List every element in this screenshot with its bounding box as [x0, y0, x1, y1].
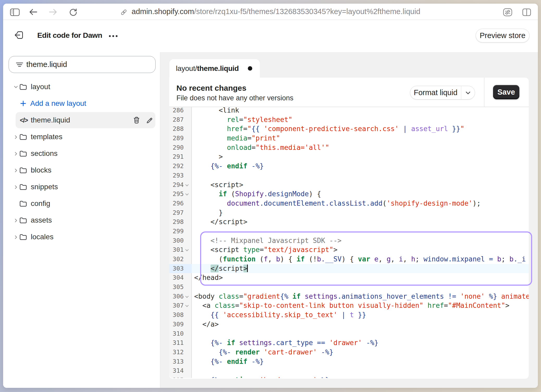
- code-lines: 286 <link287 rel="stylesheet"288 href="{…: [169, 107, 529, 378]
- folder-icon: [19, 83, 27, 90]
- url-domain: admin.shopify.com: [132, 7, 194, 16]
- sidebar-folder-snippets[interactable]: snippets: [3, 179, 161, 195]
- extensions-icon[interactable]: [503, 8, 512, 16]
- sidebar-folder-assets[interactable]: assets: [3, 212, 161, 229]
- add-layout-label: Add a new layout: [30, 95, 86, 112]
- code-line-300: 300 <!-- Mixpanel Javascript SDK -->: [169, 236, 529, 246]
- browser-toolbar: admin.shopify.com/store/rzq1xu-f5/themes…: [3, 4, 538, 20]
- line-number: 299: [173, 227, 184, 236]
- editor-tab-label: layout/theme.liquid: [176, 59, 239, 78]
- code-line-310: 310: [169, 329, 529, 339]
- format-liquid-button[interactable]: Format liquid: [410, 86, 461, 99]
- editor-card: No recent changes File does not have any…: [169, 78, 529, 379]
- text-cursor: [247, 265, 248, 272]
- sidebar-item-label: layout: [31, 78, 50, 95]
- fold-chevron-icon[interactable]: [185, 295, 189, 298]
- header-divider: [484, 78, 484, 107]
- more-menu-button[interactable]: [109, 34, 120, 37]
- sidebar-folder-locales[interactable]: locales: [3, 229, 161, 245]
- sidebar-item-label: config: [31, 195, 50, 212]
- link-icon: [121, 9, 127, 15]
- code-line-311: 311 {%- if settings.cart_type == 'drawer…: [169, 338, 529, 348]
- code-editor[interactable]: 286 <link287 rel="stylesheet"288 href="{…: [169, 107, 529, 378]
- line-number: 306: [173, 292, 184, 301]
- file-sidebar: theme.liquid layoutAdd a new layout</>th…: [3, 52, 161, 388]
- trash-icon[interactable]: [133, 117, 140, 124]
- folder-icon: [19, 217, 27, 224]
- sidebar-folder-config[interactable]: config: [3, 195, 161, 212]
- code-line-286: 286 <link: [169, 107, 529, 115]
- sidebar-item-label: templates: [31, 128, 62, 145]
- line-number: 300: [173, 236, 184, 246]
- sidebar-folder-sections[interactable]: sections: [3, 145, 161, 162]
- line-number: 310: [173, 329, 184, 339]
- code-file-icon: </>: [20, 112, 28, 128]
- code-line-304: 304</head>: [169, 273, 529, 283]
- exit-icon[interactable]: [14, 31, 23, 39]
- file-search-input[interactable]: theme.liquid: [9, 56, 156, 73]
- chevron-right-icon: [13, 235, 19, 240]
- folder-icon: [19, 183, 27, 191]
- sidebar-item-theme-liquid[interactable]: </>theme.liquid: [16, 112, 155, 128]
- chevron-down-icon: [13, 84, 19, 90]
- browser-window: admin.shopify.com/store/rzq1xu-f5/themes…: [3, 4, 538, 388]
- line-number: 309: [173, 320, 184, 329]
- line-number: 289: [173, 134, 184, 143]
- back-button-icon[interactable]: [29, 9, 37, 15]
- page-title: Edit code for Dawn: [37, 29, 102, 41]
- editor-tab[interactable]: layout/theme.liquid: [169, 59, 260, 78]
- reload-button-icon[interactable]: [69, 8, 77, 16]
- line-number: 296: [173, 199, 184, 208]
- code-line-290: 290 onload="this.media='all'": [169, 143, 529, 152]
- line-number: 305: [173, 283, 184, 292]
- code-line-295: 295 if (Shopify.designMode) {: [169, 189, 529, 199]
- split-view-icon[interactable]: [522, 8, 531, 16]
- line-number: 315: [173, 376, 184, 378]
- save-button[interactable]: Save: [493, 85, 519, 99]
- pencil-icon[interactable]: [146, 117, 153, 124]
- line-number: 297: [173, 208, 184, 218]
- url-bar[interactable]: admin.shopify.com/store/rzq1xu-f5/themes…: [132, 4, 420, 20]
- fold-chevron-icon[interactable]: [185, 183, 189, 186]
- code-line-303: 303 </script>: [169, 264, 529, 273]
- fold-chevron-icon[interactable]: [185, 192, 189, 195]
- folder-icon: [19, 167, 27, 174]
- sidebar-folder-blocks[interactable]: blocks: [3, 162, 161, 179]
- chevron-right-icon: [13, 134, 19, 140]
- code-line-308: 308 {{ 'accessibility.skip_to_text' | t …: [169, 310, 529, 320]
- code-line-312: 312 {%- render 'cart-drawer' -%}: [169, 348, 529, 357]
- status-title: No recent changes: [176, 83, 246, 93]
- line-number: 294: [173, 180, 184, 190]
- format-liquid-dropdown[interactable]: [461, 86, 475, 99]
- filter-icon: [16, 61, 23, 68]
- line-number: 311: [173, 338, 184, 348]
- line-number: 286: [173, 107, 184, 115]
- forward-button-icon[interactable]: [49, 9, 57, 15]
- folder-icon: [19, 133, 27, 140]
- line-number: 288: [173, 124, 184, 134]
- line-number: 312: [173, 348, 184, 357]
- code-line-288: 288 href="{{ 'component-predictive-searc…: [169, 124, 529, 134]
- code-line-307: 307 <a class="skip-to-content-link butto…: [169, 301, 529, 310]
- code-line-313: 313 {%- endif -%}: [169, 357, 529, 366]
- fold-chevron-icon[interactable]: [185, 304, 189, 307]
- line-number: 308: [173, 310, 184, 320]
- code-line-309: 309 </a>: [169, 320, 529, 329]
- code-line-287: 287 rel="stylesheet": [169, 115, 529, 125]
- chevron-down-icon: [466, 91, 470, 94]
- line-number: 290: [173, 143, 184, 152]
- code-line-294: 294 <script>: [169, 180, 529, 190]
- line-number: 304: [173, 273, 184, 283]
- code-line-306: 306<body class="gradient{% if settings.a…: [169, 292, 529, 301]
- toolbar-sidebar-toggle-icon[interactable]: [10, 8, 20, 16]
- sidebar-item-label: theme.liquid: [31, 112, 70, 128]
- preview-store-button[interactable]: Preview store: [476, 29, 530, 42]
- fold-chevron-icon[interactable]: [185, 248, 189, 251]
- code-line-292: 292 {%- endif -%}: [169, 162, 529, 171]
- chevron-right-icon: [13, 168, 19, 173]
- status-subtitle: File does not have any other versions: [176, 94, 293, 102]
- sidebar-item-label: sections: [31, 145, 58, 162]
- sidebar-folder-layout[interactable]: layout: [3, 78, 161, 95]
- sidebar-folder-templates[interactable]: templates: [3, 128, 161, 145]
- add-new-layout-link[interactable]: Add a new layout: [3, 95, 161, 112]
